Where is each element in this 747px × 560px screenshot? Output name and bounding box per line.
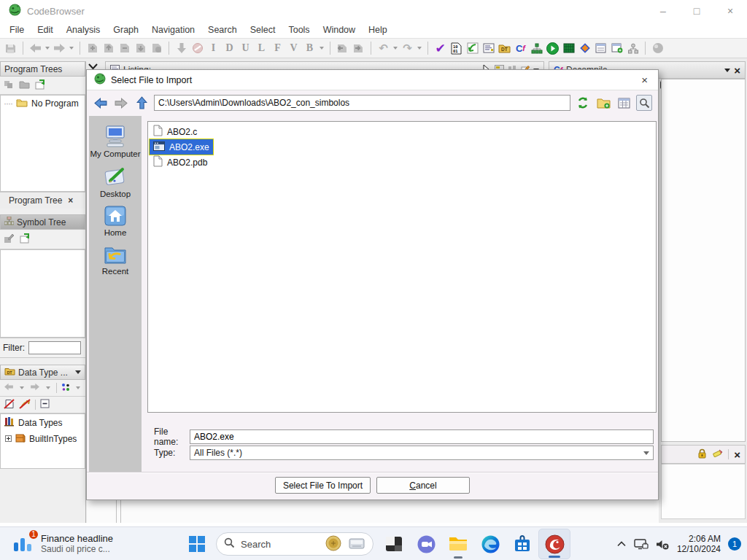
clipboard-tool-icon-3[interactable] [117,40,132,56]
edit-disabled-icon[interactable] [4,233,15,246]
expand-plus-icon[interactable] [5,434,12,444]
place-my-computer[interactable]: My Computer [89,125,142,158]
program-tree-tab[interactable]: Program Tree × [0,192,85,209]
listing-view-icon[interactable] [481,40,496,56]
letter-U-button[interactable]: U [238,42,253,54]
eraser-icon[interactable] [712,448,723,460]
decompile-close-icon[interactable]: × [734,64,740,77]
symbol-tree-tool-icon[interactable] [625,40,640,56]
minimize-button[interactable]: – [646,0,680,22]
tray-network-icon[interactable] [634,538,649,550]
file-row-abopdb[interactable]: ABO2.pdb [150,155,211,170]
file-row-aboexe[interactable]: ABO2.exe [150,139,213,155]
taskbar-app-file-explorer[interactable] [442,529,474,559]
taskbar-app-ghidra[interactable] [538,529,570,559]
tree-item-no-program[interactable]: ···· No Program [1,96,85,112]
place-desktop[interactable]: Desktop [89,165,142,198]
clipboard-tool-icon-1[interactable] [85,40,100,56]
path-input[interactable] [154,95,570,111]
undo-icon[interactable]: ↶ [376,40,391,56]
diamond-icon[interactable] [577,40,592,56]
tray-volume-muted-icon[interactable] [656,539,670,550]
save-icon[interactable] [3,40,18,56]
taskbar-app-desktop-window[interactable] [378,529,410,559]
byte-viewer-icon[interactable]: 1001 [449,40,464,56]
data-type-manager-icon[interactable]: DT [497,40,512,56]
letter-V-button[interactable]: V [286,42,301,54]
nav-forward-icon[interactable] [113,95,129,111]
taskbar-app-edge[interactable] [474,529,506,559]
taskbar-app-teams[interactable] [410,529,442,559]
dtm-menu-icon[interactable] [75,370,81,374]
letter-F-button[interactable]: F [270,42,285,54]
type-combobox[interactable]: All Files (*.*) [190,446,654,460]
taskbar-search[interactable]: Search [216,532,374,556]
cut-icon[interactable] [4,79,15,92]
dialog-close-icon[interactable]: × [638,74,651,86]
clipboard-tool-icon-2[interactable] [101,40,116,56]
nav-back-icon[interactable] [93,95,109,111]
bookmarks-table-icon[interactable] [593,40,608,56]
preview-magnifier-icon[interactable] [636,95,652,111]
clipboard-tool-icon-4[interactable] [133,40,148,56]
table-add-icon[interactable] [609,40,624,56]
redo-icon[interactable]: ↷ [400,40,415,56]
menu-search[interactable]: Search [201,25,244,35]
menu-edit[interactable]: Edit [31,25,60,35]
checkmark-icon[interactable]: ✔ [433,40,448,56]
letter-D-button[interactable]: D [222,42,237,54]
tree-item-data-types[interactable]: Data Types [1,414,85,431]
redo-dropdown-icon[interactable] [417,47,422,50]
details-view-icon[interactable] [616,95,632,111]
letter-B-button[interactable]: B [302,42,317,54]
dtm-forward-dropdown-icon[interactable] [46,386,50,389]
refresh-icon[interactable] [575,95,591,111]
tab-close-icon[interactable]: × [68,195,73,206]
hide-arrays-icon[interactable] [4,399,15,411]
place-recent[interactable]: Recent [89,244,142,276]
goto-filter-icon-2[interactable] [19,233,30,246]
file-row-aboc[interactable]: ABO2.c [150,124,208,139]
call-tree-icon[interactable] [529,40,544,56]
tree-item-builtintypes[interactable]: BuiltInTypes [1,431,85,447]
function-graph-icon[interactable]: Cf [513,40,528,56]
swap-left-icon[interactable] [335,40,350,56]
export-icon[interactable] [465,40,480,56]
widgets-button[interactable]: 1 Finance headline Saudi oil price c... [7,530,117,558]
paste-icon[interactable] [19,79,30,91]
menu-window[interactable]: Window [317,25,362,35]
place-home[interactable]: Home [89,205,142,237]
taskbar-clock[interactable]: 2:06 AM 12/10/2024 [677,534,721,554]
menu-tools[interactable]: Tools [282,25,316,35]
dialog-title-bar[interactable]: Select File to Import × [87,70,658,90]
symbol-tree-header[interactable]: Symbol Tree [0,214,85,230]
collapse-all-icon[interactable] [40,399,50,411]
menu-graph[interactable]: Graph [107,25,145,35]
dtm-back-dropdown-icon[interactable] [20,386,24,389]
globe-icon[interactable] [650,40,665,56]
letter-I-button[interactable]: I [206,42,221,54]
decompile-menu-icon[interactable] [724,69,730,72]
nav-up-icon[interactable] [133,95,150,111]
no-entry-icon[interactable] [190,40,205,56]
down-arrow-icon[interactable] [174,40,189,56]
console-close-icon[interactable]: × [734,448,740,461]
notification-count-badge[interactable]: 1 [728,537,741,551]
menu-analysis[interactable]: Analysis [60,25,107,35]
close-button[interactable]: × [713,0,747,22]
new-folder-icon[interactable] [595,95,611,111]
forward-dropdown-icon[interactable] [69,47,74,50]
cancel-button[interactable]: Cancel [376,477,470,494]
console-panel-header[interactable]: × [661,445,746,464]
file-name-input[interactable] [190,429,654,444]
swap-right-icon[interactable] [351,40,366,56]
back-icon[interactable] [28,40,43,56]
letters-dropdown-icon[interactable] [320,47,324,50]
hide-pointers-icon[interactable] [19,399,31,411]
symbol-tree-view[interactable] [0,249,85,338]
letter-L-button[interactable]: L [254,42,269,54]
program-trees-header[interactable]: Program Trees [0,61,85,77]
menu-navigation[interactable]: Navigation [145,25,201,35]
data-type-manager-header[interactable]: DT Data Type ... [0,365,85,380]
tray-chevron-up-icon[interactable] [616,540,627,548]
